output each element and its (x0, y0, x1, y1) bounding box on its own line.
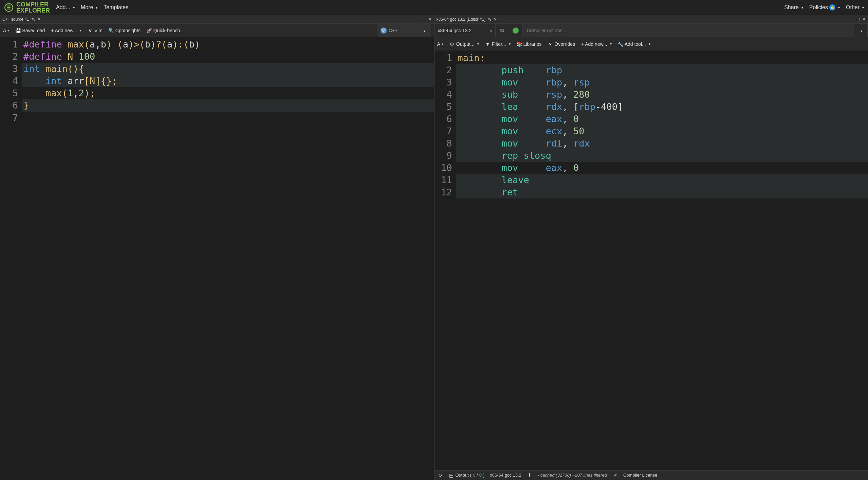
nav-templates[interactable]: Templates (104, 4, 128, 11)
code-line[interactable]: mov ecx, 50 (456, 125, 868, 137)
close-icon[interactable]: ✕ (494, 17, 497, 22)
code-line[interactable]: ret (456, 186, 868, 198)
code-line[interactable]: mov eax, 0 (456, 162, 868, 174)
compiler-select[interactable]: x86-64 gcc 13.2 (435, 24, 496, 37)
chevron-down-icon (424, 28, 425, 33)
brand-line2: EXPLORER (16, 7, 50, 14)
addnew-button[interactable]: + Add new... (51, 28, 81, 33)
floppy-icon: 💾 (15, 28, 21, 33)
footer-license[interactable]: Compiler License (623, 473, 657, 478)
code-line[interactable]: #define max(a,b) (a)>(b)?(a):(b) (22, 38, 434, 51)
addnew-asm-button[interactable]: + Add new... (581, 41, 612, 47)
chevron-down-icon (489, 28, 492, 33)
code-line[interactable]: } (22, 99, 434, 112)
source-tab[interactable]: C++ source #1 ✎ ✕ (2, 17, 41, 22)
compiler-row: x86-64 gcc 13.2 ⧉ (435, 23, 868, 37)
close-pane-icon[interactable]: ✕ (862, 17, 866, 22)
asm-code-area[interactable]: main: push rbp mov rbp, rsp sub rsp, 280… (456, 51, 868, 470)
code-line[interactable]: sub rsp, 280 (456, 89, 868, 101)
asm-footer: ⟳ ▤ Output (0/0) x86-64 gcc 13.2 i - cac… (435, 470, 868, 480)
font-button[interactable]: A▾ (437, 41, 443, 47)
close-icon[interactable]: ✕ (37, 17, 41, 22)
language-select[interactable]: C C++ (377, 24, 431, 37)
quickbench-button[interactable]: 🚀 Quick-bench (147, 28, 180, 33)
list-icon: ▤ (449, 473, 454, 478)
brand-logo[interactable]: COMPILER EXPLORER (4, 1, 50, 14)
overrides-button[interactable]: ⛛ Overrides (548, 41, 575, 47)
source-pane: C++ source #1 ✎ ✕ ▢ ✕ A▾ 💾 Save/Load + A… (0, 15, 434, 480)
code-line[interactable]: leave (456, 174, 868, 186)
code-line[interactable]: mov rbp, rsp (456, 76, 868, 89)
asm-toolbar: A▾ ⚙ Output... ▼ Filter... 📚 Libraries ⛛… (435, 37, 868, 51)
code-line[interactable]: int arr[N]{}; (22, 75, 434, 87)
footer-cache-info: - cached (32738) ~207 lines filtered (538, 473, 607, 478)
source-editor[interactable]: 1234567 #define max(a,b) (a)>(b)?(a):(b)… (0, 37, 434, 480)
nav-share[interactable]: Share (784, 4, 803, 11)
reload-icon[interactable]: ⟳ (438, 473, 443, 478)
source-gutter: 1234567 (0, 37, 22, 480)
compiler-options-input[interactable] (523, 24, 854, 37)
asm-pane: x86-64 gcc 13.2 (Editor #1) ✎ ✕ ▢ ✕ x86-… (434, 15, 868, 480)
check-icon (513, 27, 519, 34)
vim-button[interactable]: v Vim (88, 28, 103, 33)
cppinsights-button[interactable]: 🔍 CppInsights (109, 28, 141, 33)
code-line[interactable]: mov rdi, rdx (456, 137, 868, 150)
source-tab-bar: C++ source #1 ✎ ✕ ▢ ✕ (0, 15, 434, 23)
gear-icon (4, 3, 14, 12)
code-line[interactable]: lea rdx, [rbp-400] (456, 101, 868, 113)
book-icon: 📚 (517, 41, 522, 47)
maximize-icon[interactable]: ▢ (856, 17, 860, 22)
pencil-icon: ✎ (487, 17, 492, 22)
close-pane-icon[interactable]: ✕ (428, 17, 432, 22)
brand-line1: COMPILER (16, 1, 50, 7)
saveload-button[interactable]: 💾 Save/Load (15, 28, 45, 33)
libraries-button[interactable]: 📚 Libraries (517, 41, 542, 47)
search-icon: 🔍 (109, 28, 114, 33)
nav-policies[interactable]: Policies 🔔 (809, 4, 840, 11)
popout-icon: ⧉ (499, 28, 505, 33)
popout-button[interactable]: ⧉ (496, 24, 509, 37)
asm-tab[interactable]: x86-64 gcc 13.2 (Editor #1) ✎ ✕ (437, 17, 497, 22)
code-line[interactable]: #define N 100 (22, 51, 434, 63)
funnel-icon: ▼ (485, 41, 491, 47)
asm-tab-bar: x86-64 gcc 13.2 (Editor #1) ✎ ✕ ▢ ✕ (435, 15, 868, 23)
source-toolbar: A▾ 💾 Save/Load + Add new... v Vim 🔍 CppI… (0, 23, 434, 37)
source-code-area[interactable]: #define max(a,b) (a)>(b)?(a):(b)#define … (22, 37, 434, 480)
vim-icon: v (88, 28, 93, 33)
asm-gutter: 123456789101112 (435, 51, 456, 470)
wrench-icon: 🔧 (618, 41, 623, 47)
font-button[interactable]: A▾ (3, 28, 9, 33)
bell-icon: 🔔 (829, 4, 835, 11)
rocket-icon: 🚀 (147, 28, 152, 33)
status-indicator (509, 24, 523, 37)
addtool-button[interactable]: 🔧 Add tool... (618, 41, 650, 47)
compiler-options[interactable] (523, 24, 854, 37)
output-status-button[interactable]: ▤ Output (0/0) (449, 473, 485, 478)
nav-other[interactable]: Other (846, 4, 864, 11)
cpp-icon: C (381, 27, 387, 34)
code-line[interactable]: mov eax, 0 (456, 113, 868, 125)
footer-compiler-name: x86-64 gcc 13.2 (490, 473, 521, 478)
gear-icon: ⚙ (449, 41, 455, 47)
asm-editor[interactable]: 123456789101112 main: push rbp mov rbp, … (435, 51, 868, 470)
info-icon[interactable]: i (527, 473, 532, 478)
maximize-icon[interactable]: ▢ (423, 17, 426, 22)
pencil-icon: ✎ (31, 17, 36, 22)
nav-more[interactable]: More (81, 4, 97, 11)
workspace: C++ source #1 ✎ ✕ ▢ ✕ A▾ 💾 Save/Load + A… (0, 15, 868, 480)
output-button[interactable]: ⚙ Output... (449, 41, 479, 47)
filter-button[interactable]: ▼ Filter... (485, 41, 511, 47)
compiler-options-dropdown[interactable] (854, 24, 868, 37)
code-line[interactable]: int main(){ (22, 63, 434, 75)
code-line[interactable]: push rbp (456, 64, 868, 76)
code-line[interactable]: max(1,2); (22, 87, 434, 99)
code-line[interactable]: rep stosq (456, 150, 868, 162)
filter-icon: ⛛ (548, 41, 553, 47)
nav-add[interactable]: Add... (56, 4, 75, 11)
chart-icon[interactable]: ⬃ (612, 473, 618, 478)
code-line[interactable]: main: (456, 52, 868, 64)
chevron-down-icon (859, 28, 862, 33)
topbar: COMPILER EXPLORER Add... More Templates … (0, 0, 868, 15)
